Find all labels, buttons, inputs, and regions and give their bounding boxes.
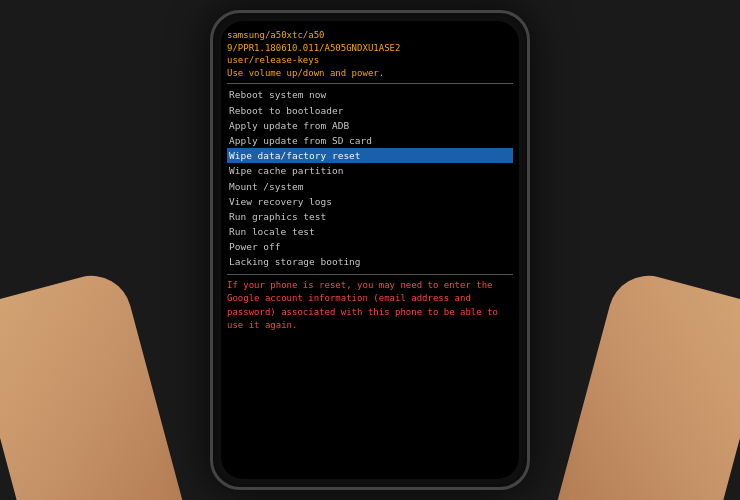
menu-item[interactable]: Reboot to bootloader xyxy=(227,103,513,118)
scene: samsung/a50xtc/a50 9/PPR1.180610.011/A50… xyxy=(0,0,740,500)
header-info: samsung/a50xtc/a50 9/PPR1.180610.011/A50… xyxy=(227,29,513,79)
menu-item[interactable]: Reboot system now xyxy=(227,87,513,102)
header-line1: samsung/a50xtc/a50 xyxy=(227,29,513,42)
menu-item[interactable]: Wipe cache partition xyxy=(227,163,513,178)
header-line4: Use volume up/down and power. xyxy=(227,67,513,80)
hand-right xyxy=(543,267,740,500)
menu-item[interactable]: Lacking storage booting xyxy=(227,254,513,269)
divider-top xyxy=(227,83,513,84)
menu-item[interactable]: Apply update from SD card xyxy=(227,133,513,148)
hand-left xyxy=(0,267,197,500)
menu-item[interactable]: Power off xyxy=(227,239,513,254)
menu-item[interactable]: Apply update from ADB xyxy=(227,118,513,133)
menu-item[interactable]: Wipe data/factory reset xyxy=(227,148,513,163)
menu-item[interactable]: Run locale test xyxy=(227,224,513,239)
warning-text: If your phone is reset, you may need to … xyxy=(227,279,513,333)
header-line2: 9/PPR1.180610.011/A505GNDXU1ASE2 xyxy=(227,42,513,55)
menu-item[interactable]: Mount /system xyxy=(227,179,513,194)
header-line3: user/release-keys xyxy=(227,54,513,67)
screen: samsung/a50xtc/a50 9/PPR1.180610.011/A50… xyxy=(221,21,519,479)
menu-item[interactable]: Run graphics test xyxy=(227,209,513,224)
menu-list: Reboot system nowReboot to bootloaderApp… xyxy=(227,87,513,269)
warning-section: If your phone is reset, you may need to … xyxy=(227,274,513,333)
menu-item[interactable]: View recovery logs xyxy=(227,194,513,209)
phone: samsung/a50xtc/a50 9/PPR1.180610.011/A50… xyxy=(210,10,530,490)
